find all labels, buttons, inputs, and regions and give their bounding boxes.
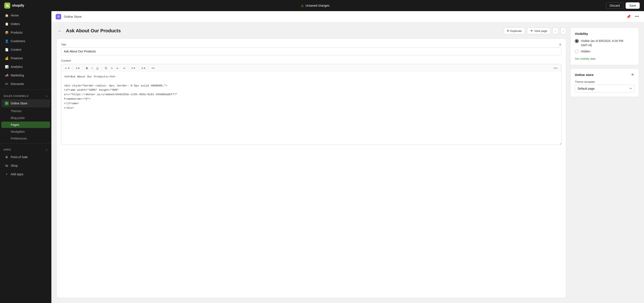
- shopify-bag-icon: 🛍: [4, 2, 10, 8]
- back-button[interactable]: ←: [56, 28, 63, 34]
- eye-icon[interactable]: 👁: [631, 73, 634, 77]
- pin-button[interactable]: 📌: [625, 13, 632, 20]
- editor-main: ← Ask About Our Products ⧉ Duplicate 👁 V…: [56, 27, 566, 298]
- pos-icon: 🖥: [5, 155, 8, 159]
- sidebar-item-label: Marketing: [11, 74, 24, 77]
- radio-visible-circle: [575, 39, 579, 43]
- sidebar-sub-themes[interactable]: Themes: [1, 108, 50, 114]
- sidebar-divider: [0, 89, 52, 90]
- store-icon: H: [56, 14, 61, 19]
- toolbar-more[interactable]: •••: [150, 65, 156, 71]
- toolbar-undo[interactable]: ↩ ▾: [63, 65, 71, 71]
- toolbar-font[interactable]: A ▾: [74, 65, 81, 71]
- add-apps-icon: ＋: [5, 172, 8, 176]
- sidebar-item-label: Point of Sale: [11, 155, 28, 159]
- toolbar-bullet-list[interactable]: ☰: [103, 65, 109, 71]
- toolbar-divider-5: [138, 66, 138, 70]
- sidebar-item-finances[interactable]: 💰 Finances: [1, 54, 50, 62]
- page-editor: ← Ask About Our Products ⧉ Duplicate 👁 V…: [52, 22, 644, 303]
- title-input[interactable]: [61, 47, 562, 55]
- title-settings-icon[interactable]: ⚙: [559, 43, 562, 46]
- sidebar-item-products[interactable]: 📦 Products: [1, 28, 50, 36]
- sidebar-item-label: Content: [11, 48, 21, 51]
- more-actions-button[interactable]: •••: [634, 13, 640, 20]
- sales-channels-expand[interactable]: +: [46, 94, 48, 98]
- toolbar-text-color[interactable]: A ▾: [140, 65, 147, 71]
- shopify-logo: 🛍 shopify: [4, 2, 24, 8]
- visibility-card: Visibility Visible (as of 6/6/2024, 6:00…: [570, 27, 639, 65]
- content-area: H Online Store 📌 ••• ← Ask About Our Pro…: [52, 11, 644, 303]
- set-visibility-date-link[interactable]: Set visibility date: [575, 57, 596, 60]
- content-icon: 📄: [5, 48, 8, 51]
- toolbar-indent-right[interactable]: ⇥: [121, 65, 126, 71]
- toolbar-align[interactable]: ≡ ▾: [130, 65, 136, 71]
- secondary-topbar-title: Online Store: [64, 15, 82, 18]
- online-store-title: Online store: [575, 73, 594, 77]
- marketing-icon: 📣: [5, 73, 8, 77]
- secondary-topbar-actions: 📌 •••: [625, 13, 640, 20]
- warning-icon: ⚠: [301, 4, 304, 8]
- editor-card: Title ⚙ Content ↩ ▾ A ▾ B: [56, 38, 566, 298]
- duplicate-icon: ⧉: [507, 29, 509, 32]
- toolbar-divider-3: [102, 66, 102, 70]
- title-field-label: Title ⚙: [61, 43, 562, 46]
- customers-icon: 👤: [5, 39, 8, 43]
- online-store-icon: H: [5, 101, 8, 105]
- radio-visible-label: Visible (as of 6/6/2024, 6:00 PM GMT+8): [581, 39, 634, 47]
- sidebar-item-shop[interactable]: 🛍 Shop: [1, 162, 50, 170]
- sidebar-item-label: Discounts: [11, 82, 24, 86]
- toolbar-italic[interactable]: I: [90, 65, 94, 71]
- sidebar-add-apps[interactable]: ＋ Add apps: [1, 170, 50, 178]
- apps-expand[interactable]: +: [46, 148, 48, 152]
- apps-section: Apps +: [0, 145, 52, 153]
- content-textarea[interactable]: <h4>Ask About Our Products</h4> <div sty…: [61, 72, 562, 145]
- sidebar-item-customers[interactable]: 👤 Customers: [1, 37, 50, 45]
- sidebar-sub-pages[interactable]: Pages: [1, 122, 50, 128]
- prev-page-button[interactable]: ‹: [552, 28, 558, 34]
- sidebar-sub-preferences[interactable]: Preferences: [1, 135, 50, 142]
- home-icon: 🏠: [5, 13, 8, 17]
- visibility-title: Visibility: [575, 32, 634, 35]
- sidebar-item-label: Home: [11, 14, 19, 17]
- add-apps-label: Add apps: [11, 172, 23, 176]
- save-button[interactable]: Save: [626, 2, 640, 9]
- unsaved-changes-banner: ⚠ Unsaved changes: [28, 4, 603, 8]
- sidebar-item-home[interactable]: 🏠 Home: [1, 11, 50, 19]
- duplicate-button[interactable]: ⧉ Duplicate: [504, 27, 525, 34]
- sidebar-item-marketing[interactable]: 📣 Marketing: [1, 71, 50, 79]
- sidebar-sub-blog-posts[interactable]: Blog posts: [1, 115, 50, 121]
- sidebar-item-label: Orders: [11, 22, 20, 26]
- sidebar-item-discounts[interactable]: 🏷 Discounts: [1, 80, 50, 88]
- sidebar-item-online-store[interactable]: H Online Store: [1, 99, 50, 107]
- products-icon: 📦: [5, 30, 8, 34]
- radio-item-hidden[interactable]: Hidden: [575, 49, 634, 54]
- toolbar-code[interactable]: </>: [552, 66, 559, 71]
- secondary-topbar: H Online Store 📌 •••: [52, 11, 644, 22]
- toolbar-numbered-list[interactable]: ≡: [110, 65, 114, 71]
- view-page-label: View page: [534, 29, 547, 32]
- topbar: 🛍 shopify ⚠ Unsaved changes Discard Save: [0, 0, 644, 11]
- editor-top-actions: ⧉ Duplicate 👁 View page ‹ ›: [504, 27, 566, 34]
- toolbar-indent-left[interactable]: ⇤: [115, 65, 120, 71]
- sidebar-item-point-of-sale[interactable]: 🖥 Point of Sale: [1, 153, 50, 161]
- sidebar-item-content[interactable]: 📄 Content: [1, 45, 50, 54]
- duplicate-label: Duplicate: [510, 29, 522, 32]
- sidebar-item-orders[interactable]: 📋 Orders: [1, 20, 50, 28]
- sidebar-item-label: Online Store: [11, 102, 28, 105]
- toolbar-bold[interactable]: B: [84, 65, 89, 71]
- content-toolbar: ↩ ▾ A ▾ B I U ☰ ≡ ⇤ ⇥ ≡ ▾: [61, 64, 562, 72]
- discard-button[interactable]: Discard: [606, 2, 624, 9]
- toolbar-underline[interactable]: U: [95, 65, 100, 71]
- orders-icon: 📋: [5, 22, 8, 26]
- page-editor-title: Ask About Our Products: [66, 28, 121, 33]
- sidebar-sub-navigation[interactable]: Navigation: [1, 128, 50, 135]
- next-page-button[interactable]: ›: [560, 28, 566, 34]
- sidebar-item-label: Shop: [11, 164, 18, 167]
- view-page-button[interactable]: 👁 View page: [527, 28, 550, 34]
- sidebar-item-label: Products: [11, 31, 22, 34]
- sidebar-item-analytics[interactable]: 📊 Analytics: [1, 63, 50, 71]
- radio-item-visible[interactable]: Visible (as of 6/6/2024, 6:00 PM GMT+8): [575, 39, 634, 47]
- radio-hidden-circle: [575, 50, 579, 53]
- analytics-icon: 📊: [5, 65, 8, 69]
- theme-template-select[interactable]: Default page Contact Custom: [575, 85, 634, 92]
